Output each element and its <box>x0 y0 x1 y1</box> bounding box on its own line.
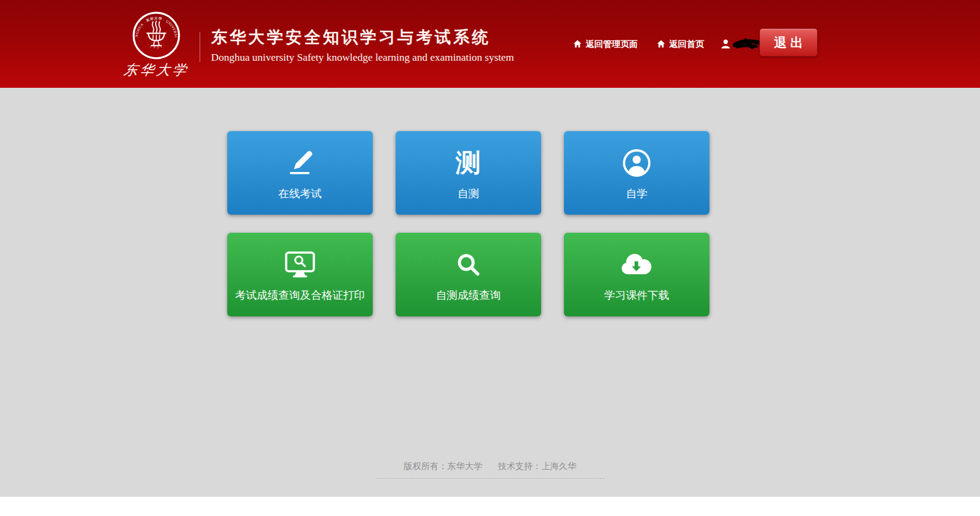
nav-back-to-admin[interactable]: 返回管理页面 <box>573 38 638 49</box>
page-title: 东华大学安全知识学习与考试系统 <box>211 26 514 48</box>
tile-label: 考试成绩查询及合格证打印 <box>235 288 365 303</box>
cloud-download-icon <box>619 247 654 282</box>
tile-self-study[interactable]: 自学 <box>564 131 709 215</box>
university-logo: DONGHUA · 東華大學 · UNIVERSITY · 1 9 5 1 · … <box>121 11 191 79</box>
university-seal-icon: DONGHUA · 東華大學 · UNIVERSITY · 1 9 5 1 · <box>132 11 181 60</box>
user-icon <box>721 39 730 49</box>
menu-tile-grid: 在线考试 测 自测 <box>227 131 709 316</box>
tile-online-exam[interactable]: 在线考试 <box>227 131 373 215</box>
home-icon <box>573 40 582 48</box>
home-icon <box>657 40 666 48</box>
tile-label: 在线考试 <box>278 186 322 201</box>
nav-back-to-admin-label: 返回管理页面 <box>586 38 638 50</box>
tile-exam-score-query-print[interactable]: 考试成绩查询及合格证打印 <box>227 233 373 316</box>
footer-copyright: 版权所有：东华大学 <box>404 461 483 471</box>
system-title-block: 东华大学安全知识学习与考试系统 Donghua university Safet… <box>211 26 514 64</box>
header-divider <box>200 32 200 62</box>
tile-label: 自学 <box>626 186 648 201</box>
footer-support: 技术支持：上海久华 <box>498 461 577 471</box>
page-subtitle: Donghua university Safety knowledge lear… <box>211 51 514 64</box>
nav-back-to-home-label: 返回首页 <box>669 38 704 50</box>
header-bar: DONGHUA · 東華大學 · UNIVERSITY · 1 9 5 1 · … <box>0 0 980 88</box>
page-footer: 版权所有：东华大学技术支持：上海久华 <box>0 461 980 479</box>
page: DONGHUA · 東華大學 · UNIVERSITY · 1 9 5 1 · … <box>0 0 980 516</box>
tile-self-test-score-query[interactable]: 自测成绩查询 <box>396 233 541 316</box>
user-circle-icon <box>621 146 652 180</box>
university-name-calligraphy: 东华大学 <box>123 61 190 79</box>
main-area: 在线考试 测 自测 <box>0 88 980 497</box>
tile-courseware-download[interactable]: 学习课件下载 <box>564 233 709 316</box>
logout-button[interactable]: 退出 <box>759 28 818 57</box>
footer-text: 版权所有：东华大学技术支持：上海久华 <box>376 461 604 479</box>
tile-self-test[interactable]: 测 自测 <box>396 131 541 215</box>
search-icon <box>456 247 481 282</box>
pencil-icon <box>286 146 314 180</box>
tile-label: 学习课件下载 <box>604 288 669 303</box>
tile-label: 自测成绩查询 <box>436 288 501 303</box>
redacted-username-scribble <box>733 37 762 51</box>
ce-glyph-icon: 测 <box>456 146 481 180</box>
nav-back-to-home[interactable]: 返回首页 <box>657 38 704 49</box>
logout-button-label: 退出 <box>771 34 807 51</box>
current-user <box>721 37 762 51</box>
tile-label: 自测 <box>458 186 479 201</box>
monitor-search-icon <box>284 247 316 282</box>
